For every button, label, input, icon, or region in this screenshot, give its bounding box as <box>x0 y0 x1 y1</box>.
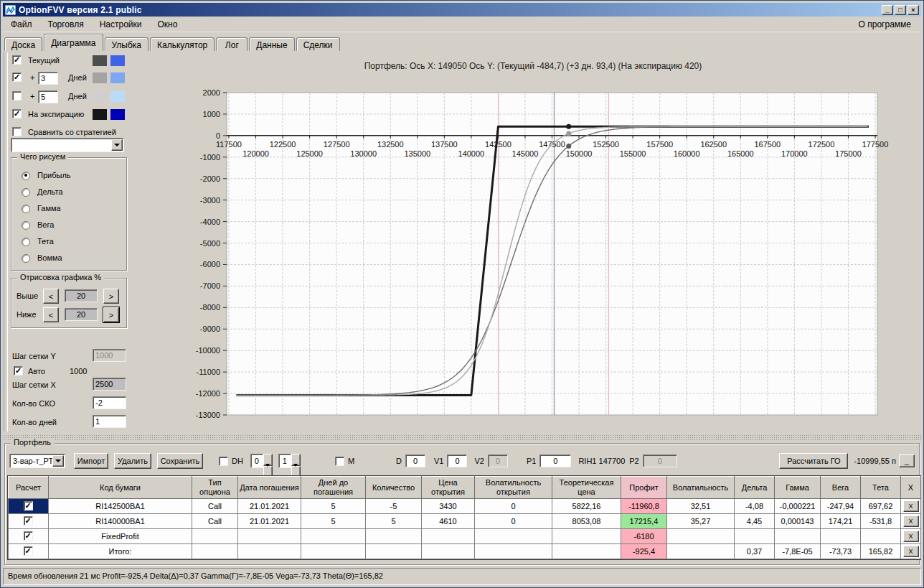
calc-cell[interactable]: ✓ <box>9 499 49 514</box>
below-increment-button[interactable]: > <box>103 307 119 322</box>
radio-option-5[interactable]: Вомма <box>14 253 125 270</box>
table-row[interactable]: ✓RI142500BA1Call21.01.20215-5343005822,1… <box>9 499 921 514</box>
calc-cell[interactable]: ✓ <box>9 529 49 544</box>
dh-spinner-2[interactable] <box>278 454 301 468</box>
table-row[interactable]: ✓RI140000BA1Call21.01.202155461008053,08… <box>9 514 921 529</box>
header-cell-0[interactable]: Расчет <box>9 477 49 499</box>
calc-cell[interactable]: ✓ <box>9 514 49 529</box>
plus3-color-swatch-1[interactable] <box>93 73 107 83</box>
header-cell-12[interactable]: Гамма <box>775 477 821 499</box>
preset-dropdown[interactable]: 3-вар-т_РТС <box>9 454 65 468</box>
dh-checkbox[interactable] <box>219 457 228 466</box>
tab-5[interactable]: Данные <box>249 37 294 51</box>
import-button[interactable]: Импорт <box>74 453 108 469</box>
plus5-days-input[interactable] <box>38 90 58 103</box>
menu-item-about[interactable]: О программе <box>851 17 921 32</box>
radio-option-1[interactable]: Дельта <box>14 187 125 204</box>
current-color-swatch-1[interactable] <box>93 55 107 66</box>
menu-item-3[interactable]: Окно <box>150 17 186 32</box>
row-checkbox[interactable]: ✓ <box>24 501 33 510</box>
title-bar[interactable]: OptionFVV версия 2.1 public _ □ × <box>3 3 921 17</box>
above-percent-input[interactable] <box>65 289 98 302</box>
save-button[interactable]: Сохранить <box>157 453 203 469</box>
above-decrement-button[interactable]: < <box>43 289 59 304</box>
expiration-color-swatch-2[interactable] <box>110 109 125 120</box>
plus3-days-input[interactable] <box>38 72 58 85</box>
radio-icon[interactable] <box>22 188 30 197</box>
menu-item-1[interactable]: Торговля <box>40 17 92 32</box>
radio-option-0[interactable]: Прибыль <box>14 171 125 187</box>
auto-checkbox[interactable]: ✓ <box>14 366 23 375</box>
calc-go-button[interactable]: Рассчитать ГО <box>779 453 848 469</box>
minimize-button[interactable]: _ <box>882 5 893 15</box>
maximize-button[interactable]: □ <box>895 5 906 15</box>
current-color-swatch-2[interactable] <box>110 55 125 66</box>
left-panel-splitter[interactable] <box>4 52 8 431</box>
radio-icon[interactable] <box>22 254 30 263</box>
expiration-color-swatch-1[interactable] <box>93 109 107 120</box>
chevron-down-icon[interactable] <box>52 455 64 467</box>
expiration-checkbox[interactable]: ✓ <box>12 109 22 118</box>
table-row[interactable]: ✓FixedProfit-6180X <box>9 529 921 544</box>
header-cell-4[interactable]: Дней до погашения <box>301 477 366 499</box>
tab-4[interactable]: Лог <box>216 37 248 51</box>
radio-option-4[interactable]: Тета <box>14 237 125 253</box>
header-cell-8[interactable]: Теоретическая цена <box>552 477 621 499</box>
row-checkbox[interactable]: ✓ <box>24 516 33 526</box>
delete-row-button[interactable]: X <box>903 546 919 557</box>
plus5-checkbox[interactable] <box>12 91 22 101</box>
plus3-color-swatch-2[interactable] <box>110 73 125 83</box>
p1-input[interactable] <box>539 454 571 467</box>
menu-item-0[interactable]: Файл <box>3 17 40 32</box>
below-percent-input[interactable] <box>65 308 98 321</box>
header-cell-5[interactable]: Количество <box>366 477 422 499</box>
chevron-down-icon[interactable] <box>111 139 123 151</box>
d-input[interactable] <box>405 454 425 467</box>
header-cell-10[interactable]: Волатильность <box>667 477 735 499</box>
grid-step-x-input[interactable] <box>93 378 126 391</box>
header-cell-7[interactable]: Волатильность открытия <box>475 477 552 499</box>
header-cell-1[interactable]: Код бумаги <box>49 477 192 499</box>
plus5-color-swatch-1[interactable] <box>93 91 107 102</box>
compare-checkbox[interactable] <box>12 127 22 136</box>
current-checkbox[interactable]: ✓ <box>12 55 22 65</box>
delete-row-button[interactable]: X <box>903 531 919 542</box>
header-cell-13[interactable]: Вега <box>821 477 861 499</box>
row-checkbox[interactable]: ✓ <box>24 531 33 541</box>
radio-icon[interactable] <box>22 172 30 180</box>
tab-2[interactable]: Улыбка <box>105 37 149 51</box>
radio-icon[interactable] <box>22 238 30 246</box>
menu-item-2[interactable]: Настройки <box>92 17 150 32</box>
close-button[interactable]: × <box>908 5 919 15</box>
above-increment-button[interactable]: > <box>103 289 119 304</box>
calc-cell[interactable]: ✓ <box>9 544 49 559</box>
delete-button[interactable]: Удалить <box>114 453 151 469</box>
radio-option-3[interactable]: Вега <box>14 220 125 237</box>
profit-chart[interactable]: 200010000-1000-2000-3000-4000-5000-6000-… <box>173 80 893 431</box>
header-cell-9[interactable]: Профит <box>621 477 667 499</box>
radio-icon[interactable] <box>22 221 30 230</box>
header-cell-3[interactable]: Дата погашения <box>238 477 301 499</box>
v1-input[interactable] <box>447 454 467 467</box>
strategy-dropdown[interactable] <box>11 138 124 152</box>
plus3-checkbox[interactable]: ✓ <box>12 73 22 82</box>
table-row[interactable]: ✓Итого:-925,40,37-7,8E-05-73,73165,82X <box>9 544 921 559</box>
horizontal-splitter[interactable] <box>3 434 921 440</box>
plus5-color-swatch-2[interactable] <box>110 91 125 102</box>
tab-6[interactable]: Сделки <box>296 37 340 51</box>
days-count-input[interactable] <box>93 415 126 428</box>
radio-option-2[interactable]: Гамма <box>14 204 125 220</box>
delete-row-button[interactable]: X <box>903 500 919 512</box>
header-cell-14[interactable]: Тета <box>861 477 901 499</box>
sko-count-input[interactable] <box>93 396 126 409</box>
dh-spinner-2-input[interactable] <box>278 454 291 468</box>
header-cell-6[interactable]: Цена открытия <box>422 477 475 499</box>
below-decrement-button[interactable]: < <box>43 307 59 322</box>
radio-icon[interactable] <box>22 205 30 213</box>
mini-button[interactable]: _ <box>899 454 915 467</box>
dh-spinner-1-input[interactable] <box>250 454 263 468</box>
m-checkbox[interactable] <box>335 457 344 466</box>
header-cell-15[interactable]: X <box>901 477 921 499</box>
header-cell-11[interactable]: Дельта <box>735 477 775 499</box>
header-cell-2[interactable]: Тип опциона <box>192 477 238 499</box>
